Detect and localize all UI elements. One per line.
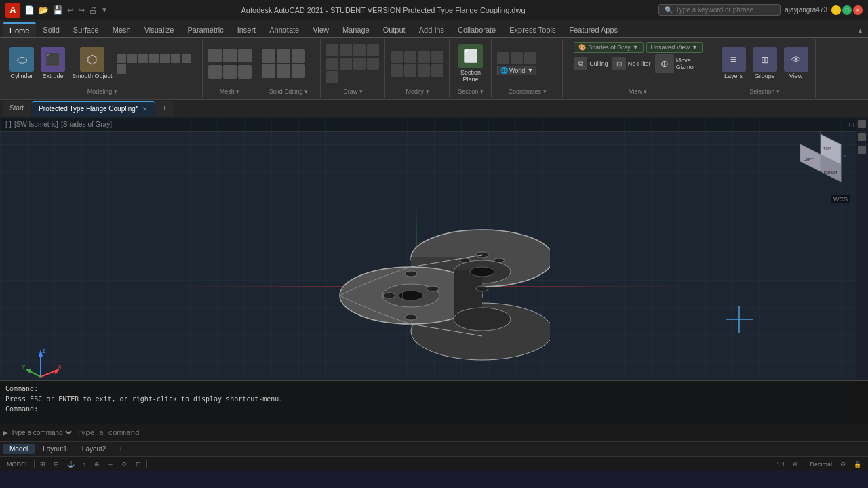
tab-mesh[interactable]: Mesh [106, 22, 138, 37]
tab-annotate[interactable]: Annotate [262, 22, 306, 37]
solid-edit-5[interactable] [277, 64, 290, 78]
world-dropdown[interactable]: 🌐 World ▼ [497, 66, 537, 75]
tab-new[interactable]: + [156, 101, 174, 116]
status-selection-toggle[interactable]: ⊡ [133, 461, 144, 468]
dropdown-arrow[interactable]: ▼ [101, 6, 108, 14]
mesh-tool-5[interactable] [223, 65, 237, 79]
solid-edit-1[interactable] [262, 49, 275, 63]
new-layout-button[interactable]: + [114, 443, 127, 455]
solid-tool-2[interactable] [127, 54, 137, 63]
coord-3[interactable] [524, 52, 536, 64]
groups-button[interactable]: ⊞ Groups [750, 45, 780, 82]
collapse-ribbon-button[interactable]: ▲ [852, 24, 868, 37]
save-icon[interactable]: 💾 [53, 5, 63, 15]
solid-tool-3[interactable] [138, 54, 148, 63]
draw-9[interactable] [326, 71, 338, 83]
tab-collaborate[interactable]: Collaborate [451, 22, 502, 37]
solid-tool-4[interactable] [149, 54, 159, 63]
tab-express-tools[interactable]: Express Tools [502, 22, 562, 37]
close-button[interactable]: ✕ [853, 5, 863, 15]
command-select[interactable]: Type a command [8, 428, 74, 437]
modify-6[interactable] [404, 64, 416, 77]
undo-icon[interactable]: ↩ [67, 5, 74, 15]
tab-start[interactable]: Start [3, 101, 31, 116]
draw-5[interactable] [326, 58, 338, 70]
solid-edit-4[interactable] [262, 64, 275, 78]
draw-1[interactable] [326, 44, 338, 56]
redo-icon[interactable]: ↪ [78, 5, 85, 15]
draw-2[interactable] [340, 44, 352, 56]
modify-3[interactable] [418, 51, 430, 63]
command-input[interactable] [74, 428, 865, 437]
status-snap-toggle[interactable]: ⊟ [51, 461, 62, 468]
solid-edit-2[interactable] [277, 49, 290, 63]
search-input[interactable] [675, 6, 764, 14]
plot-icon[interactable]: 🖨 [89, 5, 97, 15]
status-scale[interactable]: 1:1 [774, 461, 788, 468]
layout-tab-layout2[interactable]: Layout2 [75, 444, 113, 454]
mesh-tool-2[interactable] [223, 49, 237, 62]
solid-edit-3[interactable] [292, 49, 305, 63]
layers-button[interactable]: ≡ Layers [719, 45, 749, 82]
status-grid-toggle[interactable]: ⊞ [37, 461, 48, 468]
draw-3[interactable] [353, 44, 366, 56]
cylinder-button[interactable]: ⬭ Cylinder [7, 45, 37, 82]
smooth-object-button[interactable]: ⬡ Smooth Object [69, 45, 115, 82]
draw-4[interactable] [367, 44, 379, 56]
tab-surface[interactable]: Surface [66, 22, 106, 37]
status-osnap-toggle[interactable]: ⊕ [92, 461, 102, 468]
solid-tool-8[interactable] [117, 64, 126, 74]
tab-featured-apps[interactable]: Featured Apps [563, 22, 625, 37]
solid-tool-5[interactable] [160, 54, 170, 63]
status-settings[interactable]: ⚙ [837, 461, 848, 468]
modify-7[interactable] [418, 64, 430, 77]
section-plane-button[interactable]: ⬜ SectionPlane [456, 42, 486, 85]
tab-parametric[interactable]: Parametric [180, 22, 230, 37]
tab-output[interactable]: Output [376, 22, 412, 37]
tab-visualize[interactable]: Visualize [138, 22, 181, 37]
search-bar[interactable]: 🔍 [658, 4, 781, 16]
no-filter-button[interactable]: ⊡ No Filter [612, 57, 651, 70]
view-button[interactable]: 👁 View [781, 45, 811, 82]
status-model[interactable]: MODEL [4, 461, 31, 468]
status-polar-toggle[interactable]: ↕ [80, 461, 89, 468]
solid-edit-6[interactable] [292, 64, 305, 78]
maximize-button[interactable]: □ [842, 5, 852, 15]
new-file-icon[interactable]: 📄 [24, 5, 35, 15]
mesh-tool-4[interactable] [208, 65, 222, 79]
viewport[interactable]: [-] [SW Isometric] [Shades of Gray] ─ □ … [0, 117, 868, 441]
coord-2[interactable] [511, 52, 523, 64]
mesh-tool-1[interactable] [208, 49, 222, 62]
open-file-icon[interactable]: 📂 [39, 5, 49, 15]
mesh-tool-6[interactable] [238, 65, 252, 79]
nav-2[interactable] [858, 133, 866, 141]
status-decimal[interactable]: Decimal [807, 461, 835, 468]
wcs-label[interactable]: WCS [831, 195, 850, 203]
extrude-button[interactable]: ⬛ Extrude [38, 45, 68, 82]
tab-document[interactable]: Protected Type Flange Coupling* ✕ [32, 101, 155, 116]
mesh-tool-3[interactable] [238, 49, 252, 62]
layout-tab-layout1[interactable]: Layout1 [36, 444, 74, 454]
draw-7[interactable] [353, 58, 366, 70]
draw-8[interactable] [367, 58, 379, 70]
status-lock[interactable]: 🔒 [851, 461, 864, 468]
modify-8[interactable] [431, 64, 443, 77]
status-transparency-toggle[interactable]: ⟳ [119, 461, 130, 468]
tab-view[interactable]: View [306, 22, 336, 37]
status-lineweight-toggle[interactable]: ↔ [105, 461, 117, 468]
tab-addins[interactable]: Add-ins [412, 22, 451, 37]
culling-button[interactable]: ⧉ Culling [574, 57, 608, 70]
view-preset-dropdown[interactable]: Unsaved View ▼ [646, 42, 703, 53]
nav-1[interactable] [858, 120, 866, 128]
nav-3[interactable] [858, 146, 866, 154]
tab-home[interactable]: Home [3, 22, 36, 37]
modify-2[interactable] [404, 51, 416, 63]
tab-manage[interactable]: Manage [336, 22, 376, 37]
view-cube[interactable]: TOP FRONT LEFT [793, 138, 848, 192]
minimize-button[interactable]: − [831, 5, 841, 15]
coord-1[interactable] [497, 52, 509, 64]
tab-solid[interactable]: Solid [36, 22, 66, 37]
tab-insert[interactable]: Insert [231, 22, 263, 37]
draw-6[interactable] [340, 58, 352, 70]
modify-4[interactable] [431, 51, 443, 63]
